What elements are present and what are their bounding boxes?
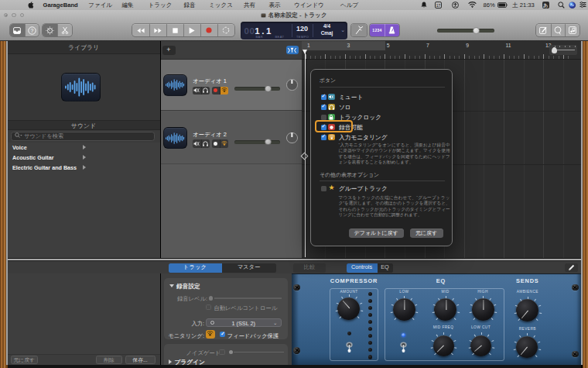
track-solo-button[interactable] bbox=[201, 87, 210, 95]
tab-eq[interactable]: EQ bbox=[378, 263, 393, 273]
tuner-button[interactable] bbox=[351, 24, 367, 36]
quick-help-button[interactable]: ? bbox=[25, 24, 39, 36]
track-lock-checkbox[interactable] bbox=[321, 115, 326, 120]
group-track-checkbox[interactable] bbox=[321, 186, 326, 191]
eq-toggle-switch[interactable] bbox=[398, 339, 409, 354]
recording-level-knob[interactable] bbox=[209, 296, 214, 301]
library-revert-button[interactable]: 元に戻す bbox=[11, 356, 39, 364]
cycle-button[interactable] bbox=[217, 24, 235, 36]
notepad-button[interactable] bbox=[536, 24, 551, 36]
reverb-knob[interactable] bbox=[516, 336, 538, 358]
add-track-button[interactable]: + bbox=[162, 46, 176, 55]
restore-defaults-button[interactable]: デフォルトに戻す bbox=[349, 229, 405, 238]
menu-record[interactable]: 録音 bbox=[184, 2, 196, 9]
section-disclosure-icon[interactable] bbox=[169, 284, 174, 287]
spotlight-search-icon[interactable] bbox=[558, 2, 565, 10]
master-volume-slider[interactable] bbox=[437, 29, 494, 33]
track-solo-button[interactable] bbox=[201, 139, 210, 148]
menu-share[interactable]: 共有 bbox=[244, 2, 255, 9]
library-toggle-button[interactable] bbox=[10, 24, 25, 36]
metronome-button[interactable] bbox=[385, 24, 399, 36]
editors-scissors-button[interactable] bbox=[57, 24, 72, 36]
ambience-knob[interactable] bbox=[516, 299, 538, 322]
tab-master[interactable]: マスター bbox=[222, 263, 276, 273]
recording-settings-header[interactable]: 録音設定 bbox=[176, 283, 200, 291]
noise-gate-knob[interactable] bbox=[229, 350, 233, 354]
sound-category-acoustic-guitar[interactable]: Acoustic Guitar bbox=[8, 153, 160, 163]
horizontal-zoom-slider[interactable] bbox=[549, 45, 577, 55]
track-pan-knob[interactable] bbox=[286, 79, 298, 91]
smart-controls-button[interactable] bbox=[43, 24, 57, 36]
control-center-icon[interactable] bbox=[579, 2, 586, 9]
loop-browser-button[interactable] bbox=[551, 24, 566, 36]
option-row-mute[interactable]: ミュート bbox=[311, 92, 452, 102]
track-volume-knob[interactable] bbox=[265, 139, 272, 146]
mid-knob[interactable] bbox=[434, 298, 456, 321]
noise-gate-checkbox[interactable] bbox=[219, 349, 225, 355]
feedback-protection-checkbox[interactable] bbox=[220, 332, 225, 337]
tab-controls[interactable]: Controls bbox=[347, 263, 378, 273]
track-record-enable-button[interactable] bbox=[212, 87, 220, 95]
edit-smart-controls-button[interactable] bbox=[565, 263, 578, 272]
notification-bell-icon[interactable] bbox=[421, 2, 427, 10]
library-delete-button[interactable]: 削除 bbox=[96, 356, 122, 364]
option-row-solo[interactable]: ソロ bbox=[311, 102, 452, 112]
play-button[interactable] bbox=[183, 24, 200, 36]
recording-level-slider[interactable] bbox=[214, 297, 282, 298]
track-row-audio-2[interactable]: オーディオ 2 bbox=[161, 112, 303, 164]
high-knob[interactable] bbox=[472, 298, 494, 321]
accessibility-menu-icon[interactable] bbox=[452, 2, 459, 10]
option-row-input-monitoring[interactable]: 入力モニタリング bbox=[311, 132, 452, 143]
track-name-label[interactable]: オーディオ 1 bbox=[193, 77, 227, 85]
track-header-filter-button[interactable] bbox=[286, 46, 299, 54]
low-cut-knob[interactable] bbox=[470, 335, 491, 356]
plugins-disclosure-icon[interactable] bbox=[169, 359, 172, 364]
menu-help[interactable]: ヘルプ bbox=[340, 2, 358, 9]
clock-label[interactable]: 土 21:33 bbox=[512, 2, 535, 9]
low-knob[interactable] bbox=[393, 298, 415, 321]
track-volume-knob[interactable] bbox=[265, 85, 272, 92]
master-volume-knob[interactable] bbox=[473, 27, 480, 34]
wifi-menu-icon[interactable] bbox=[468, 2, 477, 9]
track-input-monitoring-button[interactable] bbox=[220, 87, 228, 95]
amount-knob[interactable] bbox=[337, 297, 360, 320]
popover-revert-button[interactable]: 元に戻す bbox=[410, 229, 443, 238]
sound-search-input[interactable]: サウンドを検索 bbox=[11, 132, 155, 141]
apple-menu-icon[interactable] bbox=[28, 2, 34, 10]
mute-checkbox[interactable] bbox=[321, 95, 326, 100]
menu-track[interactable]: トラック bbox=[149, 2, 173, 9]
input-source-dropdown[interactable]: 1 (SSL 2) ⌄ bbox=[206, 318, 282, 328]
auto-level-checkbox[interactable] bbox=[206, 304, 211, 310]
stop-button[interactable] bbox=[166, 24, 183, 36]
noise-gate-slider[interactable] bbox=[234, 352, 284, 353]
menu-mix[interactable]: ミックス bbox=[209, 2, 233, 9]
mid-freq-knob[interactable] bbox=[433, 335, 454, 356]
lcd-display[interactable]: 001.1 BAR BEAT 120 TEMPO 4/4 Cmaj ⌄ bbox=[241, 22, 348, 40]
zoom-slider-handle[interactable] bbox=[552, 47, 557, 53]
track-row-audio-1[interactable]: オーディオ 1 bbox=[161, 60, 303, 111]
playhead-handle[interactable] bbox=[303, 50, 307, 54]
track-mute-button[interactable] bbox=[193, 139, 201, 148]
calendar-menu-icon[interactable]: 17 bbox=[435, 2, 442, 10]
count-in-button[interactable]: 1234 bbox=[370, 24, 385, 36]
bar-ruler[interactable]: 135791113 bbox=[302, 41, 581, 60]
compressor-toggle-switch[interactable] bbox=[344, 339, 354, 354]
track-volume-slider[interactable] bbox=[234, 87, 280, 91]
sound-category-voice[interactable]: Voice bbox=[8, 143, 160, 153]
compare-button[interactable]: 比較 bbox=[293, 263, 326, 273]
sound-category-electric-guitar-bass[interactable]: Electric Guitar and Bass bbox=[8, 163, 160, 173]
media-browser-button[interactable] bbox=[565, 24, 579, 36]
forward-button[interactable] bbox=[149, 24, 166, 36]
track-record-enable-button[interactable] bbox=[212, 139, 220, 148]
track-name-label[interactable]: オーディオ 2 bbox=[193, 131, 227, 139]
option-row-group-track[interactable]: ★ グループトラック bbox=[311, 184, 452, 194]
menu-file[interactable]: ファイル bbox=[88, 2, 112, 9]
menu-edit[interactable]: 編集 bbox=[122, 2, 134, 9]
track-mute-button[interactable] bbox=[193, 87, 201, 95]
menu-view[interactable]: 表示 bbox=[269, 2, 281, 9]
lcd-dropdown-chevron[interactable]: ⌄ bbox=[340, 27, 345, 33]
input-monitoring-checkbox[interactable] bbox=[321, 135, 326, 140]
solo-checkbox[interactable] bbox=[321, 105, 326, 110]
menu-window[interactable]: ウインドウ bbox=[294, 2, 324, 9]
monitoring-toggle-button[interactable] bbox=[206, 330, 215, 339]
